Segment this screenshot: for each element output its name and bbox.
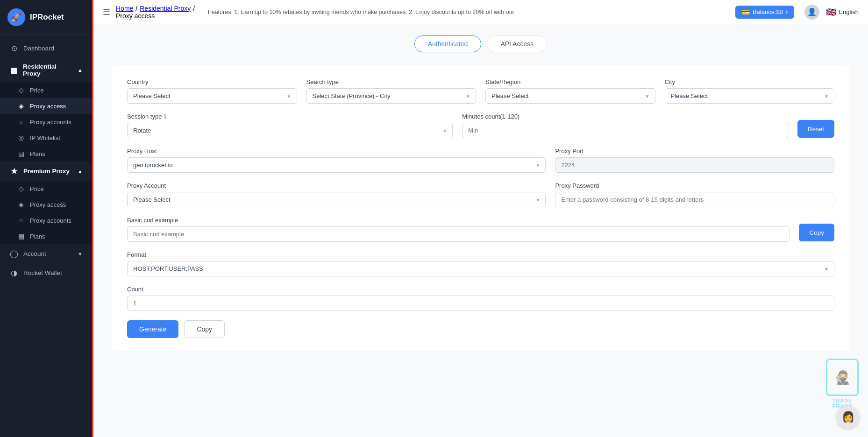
session-type-label: Session type ℹ bbox=[127, 113, 453, 120]
form-section: Country Please Select Search type Select… bbox=[112, 65, 849, 351]
sidebar-item-proxy-accounts-residential-label: Proxy accounts bbox=[30, 119, 71, 126]
country-select[interactable]: Please Select bbox=[127, 88, 297, 104]
breadcrumb-sep-2: / bbox=[193, 5, 195, 12]
residential-proxy-submenu: ◇ Price ◈ Proxy access ○ Proxy accounts … bbox=[0, 82, 92, 162]
topbar-right: 👤 🇬🇧 English bbox=[804, 5, 859, 20]
session-type-select-wrapper: Rotate Sticky bbox=[127, 123, 453, 138]
chat-bubble[interactable]: 👩 bbox=[837, 406, 859, 428]
sidebar-item-proxy-access-premium[interactable]: ◈ Proxy access bbox=[0, 197, 92, 212]
count-label: Count bbox=[127, 286, 834, 293]
language-label: English bbox=[839, 8, 859, 15]
sidebar-item-price-residential[interactable]: ◇ Price bbox=[0, 82, 92, 98]
sidebar-item-proxy-access-premium-label: Proxy access bbox=[30, 201, 66, 208]
sidebar-item-plans-residential[interactable]: ▤ Plans bbox=[0, 146, 92, 162]
sidebar-item-plans-residential-label: Plans bbox=[30, 150, 45, 157]
proxy-port-group: Proxy Port bbox=[555, 148, 834, 173]
copy-inline-button[interactable]: Copy bbox=[799, 224, 834, 241]
sidebar-item-plans-premium[interactable]: ▤ Plans bbox=[0, 228, 92, 244]
sidebar-item-price-premium-label: Price bbox=[30, 185, 44, 192]
sidebar-item-proxy-accounts-residential[interactable]: ○ Proxy accounts bbox=[0, 114, 92, 130]
reset-button[interactable]: Reset bbox=[797, 120, 834, 138]
action-row: Generate Copy bbox=[127, 320, 834, 338]
sidebar-item-premium-proxy[interactable]: ★ Premium Proxy ▲ bbox=[0, 162, 92, 181]
sidebar-item-residential-label: Residential Proxy bbox=[23, 63, 73, 77]
premium-proxy-icon: ★ bbox=[9, 167, 19, 176]
sidebar-item-proxy-accounts-premium[interactable]: ○ Proxy accounts bbox=[0, 212, 92, 228]
state-select-wrapper: Please Select bbox=[485, 88, 655, 104]
basic-curl-input[interactable] bbox=[127, 226, 790, 242]
sidebar-item-dashboard[interactable]: ⊙ Dashboard bbox=[0, 39, 92, 58]
session-type-group: Session type ℹ Rotate Sticky bbox=[127, 113, 453, 138]
copy-bottom-button[interactable]: Copy bbox=[184, 320, 225, 338]
form-row-7: Count bbox=[127, 286, 834, 311]
city-select[interactable]: Please Select bbox=[665, 88, 835, 104]
sidebar-item-proxy-accounts-premium-label: Proxy accounts bbox=[30, 217, 71, 224]
logo-text: IPRocket bbox=[30, 13, 64, 22]
format-select-wrapper: HOST:PORT:USER:PASS HOST:PORT@USER:PASS bbox=[127, 261, 834, 276]
format-label: Format bbox=[127, 251, 834, 258]
search-type-select-wrapper: Select State (Province) - City bbox=[306, 88, 477, 104]
sidebar-item-proxy-access-residential-label: Proxy access bbox=[30, 103, 66, 110]
form-row-1: Country Please Select Search type Select… bbox=[127, 78, 834, 104]
sidebar-item-account[interactable]: ◯ Account ▼ bbox=[0, 244, 92, 263]
sidebar-item-proxy-access-residential[interactable]: ◈ Proxy access bbox=[0, 98, 92, 114]
menu-icon[interactable]: ☰ bbox=[103, 7, 110, 17]
form-row-5: Basic curl example Copy bbox=[127, 217, 834, 242]
basic-curl-group: Basic curl example bbox=[127, 217, 790, 242]
account-icon: ◯ bbox=[9, 249, 19, 258]
proxy-password-group: Proxy Password bbox=[555, 182, 834, 207]
dashboard-icon: ⊙ bbox=[9, 44, 19, 53]
language-selector[interactable]: 🇬🇧 English bbox=[826, 7, 859, 17]
breadcrumb: Home / Residential Proxy / Proxy access bbox=[116, 5, 195, 20]
sidebar-item-dashboard-label: Dashboard bbox=[23, 45, 54, 52]
proxy-host-select[interactable]: geo.iprocket.io bbox=[127, 157, 546, 173]
breadcrumb-level1[interactable]: Residential Proxy bbox=[140, 5, 191, 12]
country-label: Country bbox=[127, 78, 297, 85]
session-type-select[interactable]: Rotate Sticky bbox=[127, 123, 453, 138]
format-group: Format HOST:PORT:USER:PASS HOST:PORT@USE… bbox=[127, 251, 834, 276]
country-group: Country Please Select bbox=[127, 78, 297, 104]
minutes-count-input[interactable] bbox=[462, 123, 788, 138]
proxy-port-label: Proxy Port bbox=[555, 148, 834, 155]
ip-whitelist-icon: ◎ bbox=[17, 134, 25, 141]
sidebar-item-residential-proxy[interactable]: ▦ Residential Proxy ▲ bbox=[0, 58, 92, 82]
sidebar-item-rocket-wallet[interactable]: ◑ Rocket Wallet bbox=[0, 263, 92, 282]
city-label: City bbox=[665, 78, 835, 85]
minutes-count-group: Minutes count(1-120) bbox=[462, 113, 788, 138]
proxy-password-input[interactable] bbox=[555, 192, 834, 207]
search-type-select[interactable]: Select State (Province) - City bbox=[306, 88, 477, 104]
generate-button[interactable]: Generate bbox=[127, 320, 178, 338]
form-row-6: Format HOST:PORT:USER:PASS HOST:PORT@USE… bbox=[127, 251, 834, 276]
state-region-label: State/Region bbox=[485, 78, 655, 85]
basic-curl-label: Basic curl example bbox=[127, 217, 790, 224]
count-group: Count bbox=[127, 286, 834, 311]
breadcrumb-home[interactable]: Home bbox=[116, 5, 133, 12]
city-select-wrapper: Please Select bbox=[665, 88, 835, 104]
rocket-wallet-icon: ◑ bbox=[9, 268, 19, 277]
logo[interactable]: 🚀 IPRocket bbox=[0, 0, 92, 35]
form-row-2: Session type ℹ Rotate Sticky Minutes cou… bbox=[127, 113, 834, 138]
reset-group: Reset bbox=[797, 120, 834, 138]
count-input[interactable] bbox=[127, 296, 834, 311]
residential-proxy-icon: ▦ bbox=[9, 66, 18, 75]
tab-api-access[interactable]: API Access bbox=[487, 35, 547, 52]
sidebar-item-account-label: Account bbox=[23, 250, 46, 257]
sidebar-item-rocket-wallet-label: Rocket Wallet bbox=[23, 269, 62, 276]
chevron-down-icon-3: ▼ bbox=[78, 251, 83, 257]
format-select[interactable]: HOST:PORT:USER:PASS HOST:PORT@USER:PASS bbox=[127, 261, 834, 276]
proxy-port-input bbox=[555, 157, 834, 173]
price-icon: ◇ bbox=[17, 86, 25, 94]
state-select[interactable]: Please Select bbox=[485, 88, 655, 104]
proxy-account-label: Proxy Account bbox=[127, 182, 546, 189]
tab-authenticated[interactable]: Authenticated bbox=[414, 35, 482, 52]
form-row-4: Proxy Account Please Select Proxy Passwo… bbox=[127, 182, 834, 207]
avatar[interactable]: 👤 bbox=[804, 5, 819, 20]
sidebar-item-price-premium[interactable]: ◇ Price bbox=[0, 181, 92, 197]
tab-row: Authenticated API Access bbox=[112, 35, 849, 52]
proxy-access-icon: ◈ bbox=[17, 102, 25, 110]
proxy-account-select[interactable]: Please Select bbox=[127, 192, 546, 207]
balance-button[interactable]: 💳 Balance:$0 › bbox=[735, 6, 794, 19]
minutes-count-label: Minutes count(1-120) bbox=[462, 113, 788, 120]
state-region-group: State/Region Please Select bbox=[485, 78, 655, 104]
sidebar-item-ip-whitelist[interactable]: ◎ IP Whitelist bbox=[0, 130, 92, 146]
